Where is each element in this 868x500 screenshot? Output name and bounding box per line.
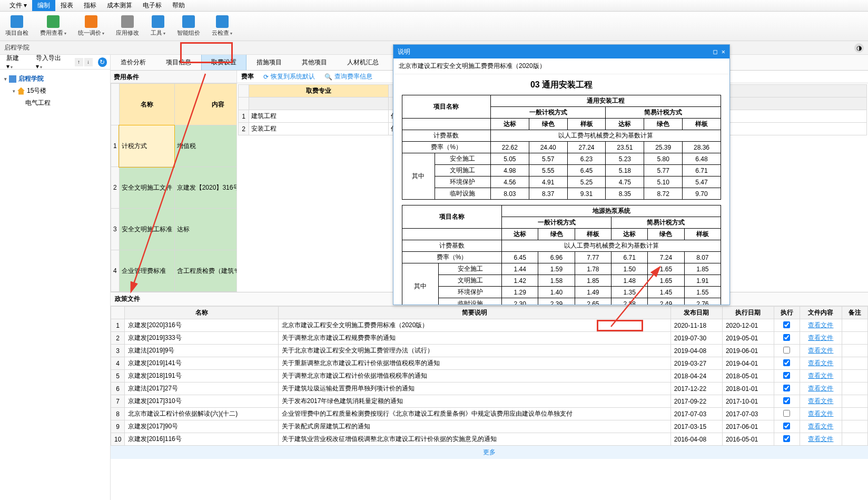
- ribbon-button[interactable]: 应用修改: [116, 15, 139, 37]
- tree-leaf[interactable]: 电气工程: [2, 97, 108, 109]
- description-panel: 说明 □ ✕ 北京市建设工程安全文明施工费费用标准（2020版） 03 通用安装…: [393, 44, 730, 305]
- menu-item[interactable]: 帮助: [167, 0, 190, 11]
- search-icon: 🔍: [324, 73, 332, 81]
- tab[interactable]: 措施项目: [246, 55, 292, 70]
- view-file-link[interactable]: 查看文件: [800, 433, 842, 446]
- sidebar-toolbar: 新建 ▾ 导入导出 ▾ ↑ ↓ ↻: [0, 55, 110, 70]
- view-file-link[interactable]: 查看文件: [800, 332, 842, 345]
- exec-checkbox[interactable]: [783, 321, 790, 328]
- ribbon: 项目自检费用查看统一调价应用修改工具智能组价云检查: [0, 12, 868, 41]
- project-tree: ▾启程学院 ▾15号楼 电气工程: [0, 70, 110, 112]
- exec-checkbox[interactable]: [783, 372, 790, 379]
- fee-rate-title: 费率: [241, 72, 254, 81]
- restore-default-button[interactable]: ⟳恢复到系统默认: [263, 72, 315, 81]
- ribbon-button[interactable]: 项目自检: [5, 15, 28, 37]
- ribbon-button[interactable]: 智能组价: [177, 15, 200, 37]
- desc-subtitle: 北京市建设工程安全文明施工费费用标准（2020版）: [393, 58, 729, 74]
- tab[interactable]: 造价分析: [111, 55, 156, 70]
- tab[interactable]: 人材机汇总: [337, 55, 389, 70]
- ribbon-icon: [121, 15, 134, 28]
- menu-item[interactable]: 电子标: [137, 0, 167, 11]
- collapse-icon[interactable]: ◑: [854, 43, 864, 53]
- home-icon: [17, 87, 25, 95]
- context-title: 启程学院: [4, 43, 29, 52]
- fee-conditions-grid[interactable]: 名称内容1计税方式增值税2安全文明施工文件京建发【2020】316号文3安全文明…: [111, 83, 236, 292]
- move-up-icon[interactable]: ↑: [75, 58, 83, 66]
- view-file-link[interactable]: 查看文件: [800, 383, 842, 395]
- tree-root[interactable]: ▾启程学院: [2, 73, 108, 85]
- tree-building[interactable]: ▾15号楼: [2, 85, 108, 97]
- menu-item[interactable]: 编制: [32, 0, 55, 11]
- desc-title: 说明: [398, 47, 410, 56]
- fee-conditions-title: 费用条件: [111, 71, 236, 83]
- tab[interactable]: 其他项目: [292, 55, 337, 70]
- tab[interactable]: 项目信息: [156, 55, 201, 70]
- exec-checkbox[interactable]: [783, 347, 790, 354]
- tab[interactable]: 取费设置: [201, 55, 246, 70]
- policy-panel: 政策文件 名称简要说明发布日期执行日期执行文件内容备注1京建发[2020]316…: [111, 292, 868, 500]
- ribbon-icon: [11, 15, 23, 28]
- ribbon-icon: [47, 15, 60, 28]
- menu-item[interactable]: 文件 ▾: [4, 0, 32, 11]
- menu-item[interactable]: 成本测算: [102, 0, 137, 11]
- ribbon-button[interactable]: 云检查: [212, 15, 232, 37]
- exec-checkbox[interactable]: [783, 410, 790, 417]
- view-file-link[interactable]: 查看文件: [800, 420, 842, 433]
- sidebar: 新建 ▾ 导入导出 ▾ ↑ ↓ ↻ ▾启程学院 ▾15号楼 电气工程: [0, 55, 111, 500]
- refresh-icon[interactable]: ↻: [98, 57, 107, 67]
- close-icon[interactable]: ✕: [722, 48, 725, 55]
- ribbon-button[interactable]: 费用查看: [40, 15, 66, 37]
- more-button[interactable]: 更多: [111, 446, 868, 459]
- view-file-link[interactable]: 查看文件: [800, 395, 842, 408]
- exec-checkbox[interactable]: [783, 334, 790, 341]
- ribbon-icon: [216, 15, 229, 28]
- exec-checkbox[interactable]: [783, 397, 790, 404]
- menu-item[interactable]: 指标: [78, 0, 102, 11]
- maximize-icon[interactable]: □: [714, 48, 717, 55]
- exec-checkbox[interactable]: [783, 423, 790, 429]
- exec-checkbox[interactable]: [783, 435, 790, 442]
- exec-checkbox[interactable]: [783, 359, 790, 366]
- view-file-link[interactable]: 查看文件: [800, 370, 842, 383]
- desc-content: 03 通用安装工程项目名称通用安装工程一般计税方式简易计税方式达标绿色样板达标绿…: [393, 74, 729, 305]
- menubar: 文件 ▾编制报表指标成本测算电子标帮助: [0, 0, 868, 12]
- view-file-link[interactable]: 查看文件: [800, 408, 842, 420]
- view-file-link[interactable]: 查看文件: [800, 357, 842, 370]
- building-icon: [9, 75, 16, 83]
- ribbon-icon: [152, 15, 164, 28]
- restore-icon: ⟳: [263, 73, 269, 81]
- ribbon-icon: [85, 15, 97, 28]
- view-file-link[interactable]: 查看文件: [800, 345, 842, 357]
- new-button[interactable]: 新建 ▾: [3, 53, 29, 71]
- exec-checkbox[interactable]: [783, 385, 790, 391]
- desc-titlebar[interactable]: 说明 □ ✕: [393, 45, 729, 58]
- ribbon-button[interactable]: 统一调价: [78, 15, 104, 37]
- policy-table[interactable]: 名称简要说明发布日期执行日期执行文件内容备注1京建发[2020]316号北京市建…: [111, 306, 868, 446]
- fee-conditions-panel: 费用条件 名称内容1计税方式增值税2安全文明施工文件京建发【2020】316号文…: [111, 71, 237, 292]
- ribbon-icon: [182, 15, 195, 28]
- view-file-link[interactable]: 查看文件: [800, 319, 842, 332]
- move-down-icon[interactable]: ↓: [84, 58, 93, 66]
- query-rate-button[interactable]: 🔍查询费率信息: [324, 72, 372, 81]
- import-export-button[interactable]: 导入导出 ▾: [33, 53, 71, 71]
- ribbon-button[interactable]: 工具: [151, 15, 165, 37]
- menu-item[interactable]: 报表: [55, 0, 78, 11]
